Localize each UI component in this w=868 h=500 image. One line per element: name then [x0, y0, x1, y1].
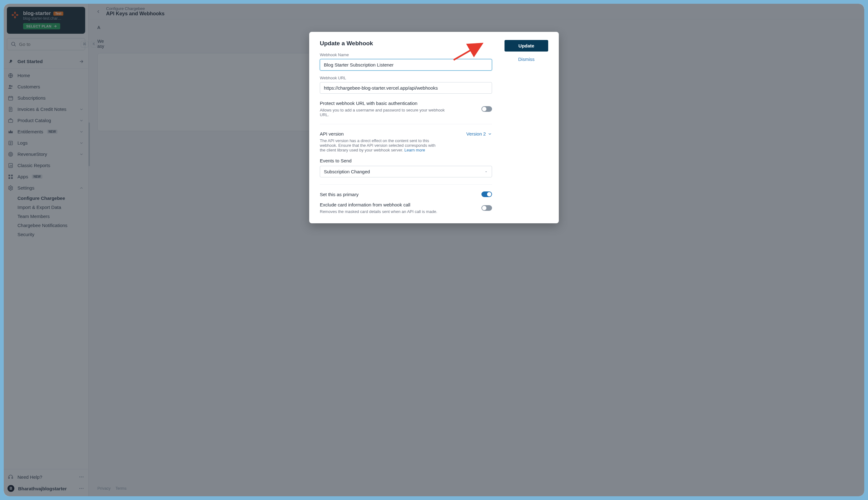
api-version-value: Version 2	[466, 131, 486, 136]
webhook-name-label: Webhook Name	[320, 53, 492, 57]
protect-auth-help: Allows you to add a username and passwor…	[320, 108, 451, 117]
set-primary-toggle[interactable]	[481, 191, 492, 197]
chevron-down-icon	[488, 132, 492, 136]
api-version-label: API version	[320, 131, 344, 136]
modal-title: Update a Webhook	[320, 40, 492, 47]
api-version-dropdown[interactable]: Version 2	[466, 131, 492, 136]
api-version-help: The API version has a direct effect on t…	[320, 138, 438, 152]
exclude-card-help: Removes the masked card details sent whe…	[320, 209, 437, 214]
webhook-url-input[interactable]	[320, 82, 492, 94]
webhook-url-label: Webhook URL	[320, 76, 492, 80]
learn-more-link[interactable]: Learn more	[404, 148, 425, 152]
events-label: Events to Send	[320, 158, 492, 163]
dismiss-button[interactable]: Dismiss	[505, 57, 548, 62]
events-select[interactable]: Subscription Changed	[320, 166, 492, 178]
update-button[interactable]: Update	[505, 40, 548, 52]
protect-auth-toggle[interactable]	[481, 106, 492, 112]
webhook-name-input[interactable]	[320, 59, 492, 71]
update-webhook-modal: Update a Webhook Webhook Name Webhook UR…	[309, 32, 559, 223]
set-primary-label: Set this as primary	[320, 192, 359, 197]
protect-auth-label: Protect webhook URL with basic authentic…	[320, 101, 451, 106]
exclude-card-toggle[interactable]	[481, 205, 492, 211]
exclude-card-label: Exclude card information from webhook ca…	[320, 202, 437, 207]
events-value: Subscription Changed	[324, 169, 370, 174]
caret-down-icon	[484, 170, 488, 174]
